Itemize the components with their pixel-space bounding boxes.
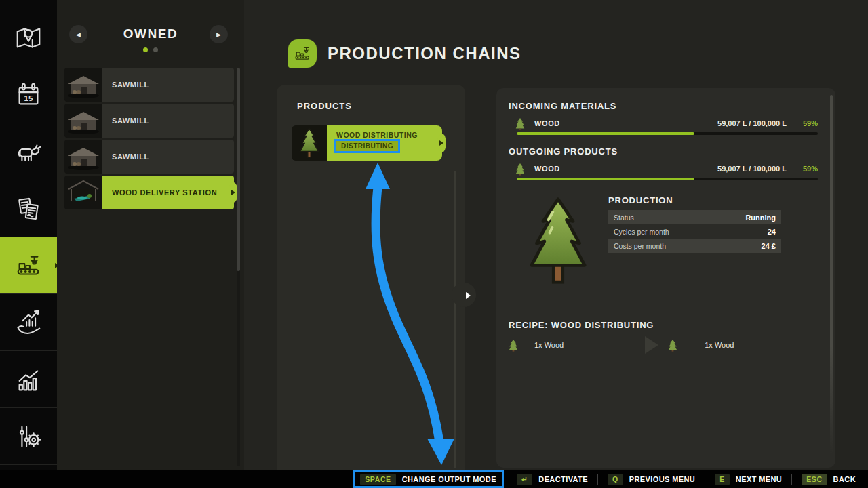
sidebar-item-calendar[interactable]: 15 xyxy=(0,66,57,123)
building-thumbnail xyxy=(64,68,102,102)
tree-icon xyxy=(668,339,677,352)
keybind-bar: SPACE CHANGE OUTPUT MODE ↵ DEACTIVATE Q … xyxy=(0,470,868,488)
tree-icon xyxy=(515,117,525,130)
action-back[interactable]: ESC BACK xyxy=(795,470,863,488)
production-table: Status Running Cycles per month 24 Costs… xyxy=(608,210,781,253)
material-name: WOOD xyxy=(534,165,717,173)
calendar-icon: 15 xyxy=(13,79,44,110)
incoming-progress-fill xyxy=(517,132,694,135)
recipe-output-qty: 1x Wood xyxy=(705,341,734,349)
action-label: BACK xyxy=(833,475,856,483)
details-scrollbar[interactable] xyxy=(830,95,833,454)
sidebar-item-contracts[interactable] xyxy=(0,180,57,237)
material-percent: 59% xyxy=(787,165,818,173)
row-value: 24 £ xyxy=(762,242,776,250)
products-title: PRODUCTS xyxy=(297,101,352,111)
building-item-sawmill-3[interactable]: SAWMILL xyxy=(64,140,234,174)
product-item-wood-distributing[interactable]: WOOD DISTRIBUTING DISTRIBUTING xyxy=(292,125,442,161)
product-chip-arrow-icon xyxy=(439,140,443,146)
tree-icon xyxy=(515,163,525,176)
buildings-scrollbar-thumb[interactable] xyxy=(237,68,240,271)
product-thumbnail xyxy=(292,125,327,161)
selected-item-arrow-icon xyxy=(231,190,235,195)
recipe-row: 1x Wood 1x Wood xyxy=(509,338,807,352)
sidebar-item-finances[interactable] xyxy=(0,294,57,351)
sawmill-image xyxy=(64,68,102,102)
product-chip: WOOD DISTRIBUTING DISTRIBUTING xyxy=(327,125,442,161)
building-item-wood-delivery-station[interactable]: WOOD DELIVERY STATION xyxy=(64,176,234,209)
incoming-wood-row: WOOD 59,007 L / 100,000 L 59% xyxy=(515,117,818,130)
products-panel: PRODUCTS WOOD DISTRIBUTING DISTRIBUTING xyxy=(277,85,465,470)
sawmill-image xyxy=(64,140,102,174)
action-label: CHANGE OUTPUT MODE xyxy=(402,475,496,483)
pagination-dots xyxy=(57,47,244,52)
tree-icon xyxy=(509,339,518,352)
calendar-day-label: 15 xyxy=(24,94,33,102)
enter-key-badge: ↵ xyxy=(517,474,532,485)
action-next-menu[interactable]: E NEXT MENU xyxy=(708,470,789,488)
production-title: PRODUCTION xyxy=(608,195,673,205)
details-panel: INCOMING MATERIALS WOOD 59,007 L / 100,0… xyxy=(496,88,835,468)
buildings-scrollbar[interactable] xyxy=(237,68,240,466)
row-label: Cycles per month xyxy=(614,228,768,236)
divider xyxy=(705,474,705,485)
material-name: WOOD xyxy=(534,119,717,127)
action-change-output-mode[interactable]: SPACE CHANGE OUTPUT MODE xyxy=(353,470,504,488)
building-label: SAWMILL xyxy=(102,68,234,102)
outgoing-progress-bar xyxy=(517,178,818,180)
panel-expand-bump[interactable] xyxy=(452,283,476,307)
contracts-icon xyxy=(13,193,44,224)
building-thumbnail xyxy=(64,176,102,209)
esc-key-badge: ESC xyxy=(802,474,827,485)
panel-expand-arrow-icon xyxy=(466,292,471,299)
owned-header: ◀ OWNED ▶ xyxy=(57,20,244,61)
divider xyxy=(507,474,507,485)
map-pin-icon xyxy=(13,22,44,54)
building-label: SAWMILL xyxy=(102,140,234,174)
recipe-input-qty: 1x Wood xyxy=(534,341,564,349)
sidebar-item-animals[interactable] xyxy=(0,123,57,180)
wood-delivery-station-image xyxy=(64,176,102,209)
page-dot-active xyxy=(143,47,148,52)
divider xyxy=(791,474,792,485)
products-scrollbar[interactable] xyxy=(454,171,456,468)
sidebar: 15 xyxy=(0,0,57,470)
incoming-progress-bar xyxy=(517,132,818,135)
product-tree-image xyxy=(529,193,587,288)
row-label: Status xyxy=(614,214,745,222)
sidebar-item-settings[interactable] xyxy=(0,408,57,465)
tree-icon xyxy=(298,127,321,159)
row-value: 24 xyxy=(768,228,776,236)
recipe-arrow-icon xyxy=(645,336,658,354)
building-item-sawmill-2[interactable]: SAWMILL xyxy=(64,104,234,138)
recipe-title: RECIPE: WOOD DISTRIBUTING xyxy=(509,320,654,330)
next-page-button[interactable]: ▶ xyxy=(210,25,228,43)
product-mode-badge: DISTRIBUTING xyxy=(336,141,398,151)
production-chains-icon xyxy=(13,250,44,281)
action-previous-menu[interactable]: Q PREVIOUS MENU xyxy=(601,470,702,488)
production-chains-screen: 15 xyxy=(0,0,868,488)
outgoing-products-title: OUTGOING PRODUCTS xyxy=(509,146,618,157)
building-label: SAWMILL xyxy=(102,104,234,138)
building-item-sawmill-1[interactable]: SAWMILL xyxy=(64,68,234,102)
space-key-badge: SPACE xyxy=(360,474,395,485)
incoming-materials-title: INCOMING MATERIALS xyxy=(509,101,616,111)
divider xyxy=(597,474,598,485)
action-deactivate[interactable]: ↵ DEACTIVATE xyxy=(510,470,595,488)
sidebar-item-production-chains[interactable] xyxy=(0,237,57,294)
row-value: Running xyxy=(745,214,776,222)
material-amount: 59,007 L / 100,000 L xyxy=(717,165,787,173)
table-row-status: Status Running xyxy=(608,210,781,224)
hand-chart-icon xyxy=(13,307,44,338)
sidebar-spacer xyxy=(0,0,57,9)
sidebar-item-statistics[interactable] xyxy=(0,351,57,408)
outgoing-wood-row: WOOD 59,007 L / 100,000 L 59% xyxy=(515,162,818,176)
q-key-badge: Q xyxy=(608,474,623,485)
sliders-gear-icon xyxy=(13,421,44,452)
outgoing-progress-fill xyxy=(517,178,694,180)
buildings-list: SAWMILL SAWMILL xyxy=(64,68,234,211)
e-key-badge: E xyxy=(715,474,730,485)
page-title: PRODUCTION CHAINS xyxy=(328,44,521,63)
building-thumbnail xyxy=(64,104,102,138)
sidebar-item-map[interactable] xyxy=(0,9,57,66)
